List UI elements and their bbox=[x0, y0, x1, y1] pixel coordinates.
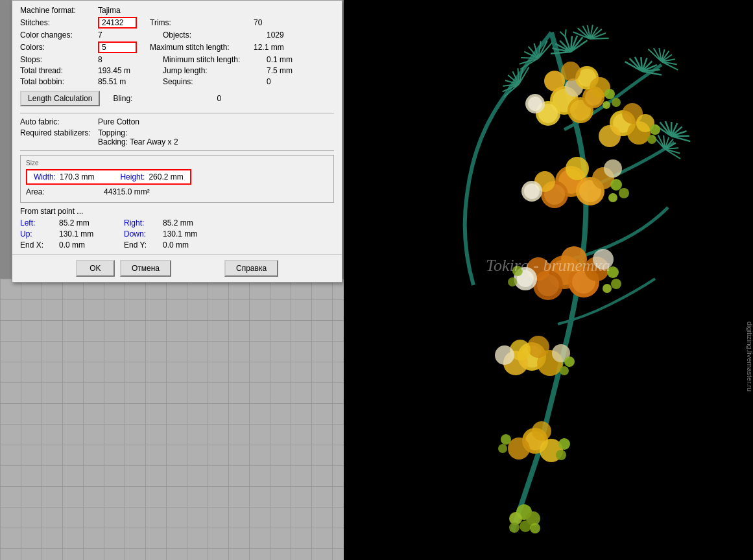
up-down-row: Up: 130.1 mm Down: 130.1 mm bbox=[20, 229, 334, 239]
objects-value: 1029 bbox=[267, 30, 284, 40]
min-stitch-value: 0.1 mm bbox=[267, 55, 293, 64]
svg-point-64 bbox=[527, 336, 549, 358]
trims-value: 70 bbox=[254, 18, 262, 27]
svg-point-42 bbox=[647, 135, 656, 144]
total-thread-value: 193.45 m bbox=[98, 66, 150, 75]
ok-button[interactable]: OK bbox=[76, 260, 115, 277]
svg-point-75 bbox=[558, 438, 570, 450]
total-bobbin-label: Total bobbin: bbox=[20, 77, 98, 86]
width-label: Width: bbox=[34, 172, 56, 181]
svg-text:digitizing.livemaster.ru: digitizing.livemaster.ru bbox=[746, 321, 753, 391]
from-start-title: From start point ... bbox=[20, 207, 334, 216]
area-row: Area: 44315.0 mm² bbox=[26, 187, 328, 196]
svg-point-78 bbox=[498, 444, 507, 453]
colors-row: Colors: 5 Maximum stitch length: 12.1 mm bbox=[20, 41, 334, 53]
svg-point-57 bbox=[603, 284, 612, 293]
total-bobbin-value: 85.51 m bbox=[98, 77, 150, 86]
up-value: 130.1 mm bbox=[59, 229, 111, 239]
svg-text:Tokira - brunетка: Tokira - brunетка bbox=[486, 256, 610, 275]
svg-point-16 bbox=[544, 71, 565, 91]
bling-label: Bling: bbox=[113, 94, 217, 103]
right-label: Right: bbox=[124, 218, 163, 228]
end-x-label: End X: bbox=[20, 240, 59, 250]
down-value: 130.1 mm bbox=[163, 229, 215, 239]
dialog-footer: OK Отмена Apply Справка bbox=[12, 254, 342, 282]
svg-point-33 bbox=[619, 188, 629, 198]
svg-point-30 bbox=[524, 183, 540, 199]
svg-point-26 bbox=[566, 157, 589, 180]
svg-point-32 bbox=[610, 179, 622, 191]
svg-point-19 bbox=[603, 101, 610, 109]
endxy-row: End X: 0.0 mm End Y: 0.0 mm bbox=[20, 240, 334, 250]
area-value: 44315.0 mm² bbox=[104, 187, 156, 196]
auto-fabric-value: Pure Cotton bbox=[98, 117, 150, 126]
cancel-button[interactable]: Отмена bbox=[120, 260, 171, 277]
divider-1 bbox=[20, 113, 334, 113]
properties-dialog: Machine format: Tajima Stitches: 24132 T… bbox=[12, 0, 342, 283]
right-value: 85.2 mm bbox=[163, 218, 215, 228]
svg-point-66 bbox=[495, 345, 514, 365]
svg-point-76 bbox=[556, 450, 566, 460]
svg-point-18 bbox=[612, 98, 621, 107]
bobbin-row: Total bobbin: 85.51 m Sequins: 0 bbox=[20, 77, 334, 86]
svg-point-68 bbox=[564, 356, 575, 367]
svg-point-69 bbox=[560, 366, 569, 375]
stops-label: Stops: bbox=[20, 55, 98, 64]
svg-point-56 bbox=[611, 279, 621, 289]
size-section-label: Size bbox=[26, 159, 328, 167]
end-y-value: 0.0 mm bbox=[163, 240, 215, 250]
grid-background bbox=[0, 279, 344, 560]
width-item: Width: 170.3 mm bbox=[34, 172, 94, 181]
max-stitch-value: 12.1 mm bbox=[254, 43, 284, 52]
auto-fabric-label: Auto fabric: bbox=[20, 117, 98, 126]
help-button[interactable]: Справка bbox=[224, 260, 278, 277]
color-changes-value: 7 bbox=[98, 30, 150, 40]
sequins-label: Sequins: bbox=[163, 77, 267, 86]
svg-point-41 bbox=[650, 124, 660, 135]
stops-value: 8 bbox=[98, 55, 150, 64]
left-label: Left: bbox=[20, 218, 59, 228]
end-y-label: End Y: bbox=[124, 240, 163, 250]
left-value: 85.2 mm bbox=[59, 218, 111, 228]
svg-point-59 bbox=[508, 277, 517, 286]
color-changes-row: Color changes: 7 Objects: 1029 bbox=[20, 30, 334, 40]
required-stabilizers-label: Required stabilizers: bbox=[20, 128, 98, 137]
stitches-row: Stitches: 24132 Trims: 70 bbox=[20, 17, 334, 29]
min-stitch-label: Minimum stitch length: bbox=[163, 55, 267, 64]
down-label: Down: bbox=[124, 229, 163, 239]
height-label: Height: bbox=[120, 172, 145, 181]
stitches-value: 24132 bbox=[98, 17, 137, 29]
trims-label: Trims: bbox=[150, 18, 254, 27]
svg-point-77 bbox=[501, 434, 511, 445]
thread-row: Total thread: 193.45 m Jump length: 7.5 … bbox=[20, 66, 334, 75]
machine-format-value: Tajima bbox=[98, 6, 150, 15]
svg-point-84 bbox=[509, 522, 520, 533]
stabilizers-row: Required stabilizers: Topping: Backing: … bbox=[20, 128, 334, 146]
max-stitch-label: Maximum stitch length: bbox=[150, 43, 254, 52]
wh-row: Width: 170.3 mm Height: 260.2 mm bbox=[26, 169, 328, 185]
svg-point-83 bbox=[530, 523, 540, 533]
topping-value: Topping: bbox=[98, 128, 178, 137]
left-right-row: Left: 85.2 mm Right: 85.2 mm bbox=[20, 218, 334, 228]
from-start-section: From start point ... Left: 85.2 mm Right… bbox=[20, 207, 334, 250]
stabilizers-value: Topping: Backing: Tear Away x 2 bbox=[98, 128, 178, 146]
svg-point-17 bbox=[604, 89, 615, 99]
wh-highlight: Width: 170.3 mm Height: 260.2 mm bbox=[26, 169, 191, 185]
color-changes-label: Color changes: bbox=[20, 30, 98, 40]
svg-point-82 bbox=[520, 520, 531, 532]
length-calculation-button[interactable]: Length Calculation bbox=[20, 91, 100, 106]
svg-point-38 bbox=[599, 125, 621, 147]
divider-2 bbox=[20, 150, 334, 151]
colors-value: 5 bbox=[98, 41, 137, 53]
svg-point-31 bbox=[604, 159, 622, 178]
machine-format-row: Machine format: Tajima bbox=[20, 6, 334, 15]
up-label: Up: bbox=[20, 229, 59, 239]
colors-label: Colors: bbox=[20, 43, 98, 52]
bling-value: 0 bbox=[217, 94, 221, 103]
stops-row: Stops: 8 Minimum stitch length: 0.1 mm bbox=[20, 55, 334, 64]
length-calc-row: Length Calculation Bling: 0 bbox=[20, 88, 334, 109]
height-value: 260.2 mm bbox=[149, 172, 183, 181]
svg-point-73 bbox=[508, 438, 530, 460]
jump-length-value: 7.5 mm bbox=[267, 66, 293, 75]
area-label: Area: bbox=[26, 187, 104, 196]
